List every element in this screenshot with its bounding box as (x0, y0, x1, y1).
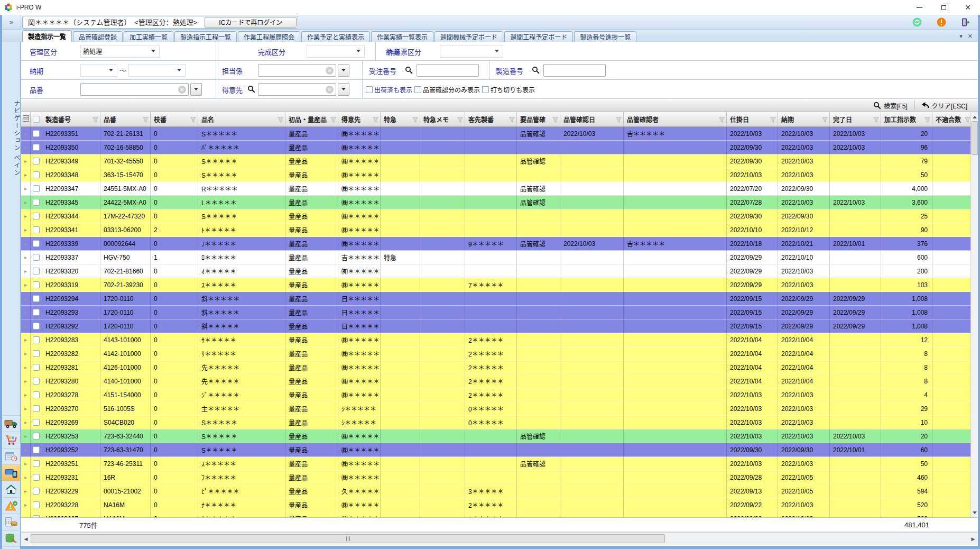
table-row[interactable]: ▸H22093253723-63-324400S＊＊＊＊＊量産品㈱＊＊＊＊＊品管… (21, 429, 973, 443)
kanri-kubun-select[interactable]: 熱処理 (80, 45, 160, 58)
tokuisaki-drop-button[interactable] (338, 83, 349, 96)
column-filter-icon[interactable] (965, 117, 970, 123)
scroll-up-icon[interactable] (971, 112, 978, 121)
column-filter-icon[interactable] (330, 117, 336, 123)
tab-3[interactable]: 加工実績一覧 (124, 31, 173, 42)
select-all-checkbox[interactable] (33, 116, 40, 123)
row-checkbox[interactable] (33, 433, 40, 440)
row-checkbox[interactable] (33, 254, 40, 261)
calculator-icon[interactable] (2, 514, 20, 530)
row-expander-icon[interactable]: ▸ (21, 306, 31, 319)
checkbox-icon[interactable] (482, 86, 489, 93)
logout-icon[interactable] (961, 17, 970, 27)
seizou-search-icon[interactable] (532, 66, 540, 74)
tab-10[interactable]: 製造番号進捗一覧 (574, 31, 636, 42)
vertical-scrollbar[interactable] (970, 112, 978, 517)
row-expander-icon[interactable]: ▸ (21, 347, 31, 361)
tokuisaki-search-icon[interactable] (247, 85, 255, 93)
tab-7[interactable]: 作業実績一覧表示 (371, 31, 433, 42)
column-filter-icon[interactable] (616, 117, 622, 123)
table-row[interactable]: ▸H22093351702-21-261310S＊＊＊＊＊量産品㈱＊＊＊＊＊品管… (21, 127, 973, 141)
table-row[interactable]: ▸H2209322900015-210020ﾋﾟ＊＊＊＊＊量産品久＊＊＊＊＊3＊… (21, 484, 973, 498)
row-expander-icon[interactable]: ▸ (21, 402, 31, 416)
tab-6[interactable]: 作業予定と実績表示 (301, 31, 370, 42)
row-checkbox[interactable] (33, 323, 40, 330)
scroll-right-icon[interactable]: ▶ (969, 534, 977, 543)
row-expander-icon[interactable]: ▸ (21, 374, 31, 388)
tab-2[interactable]: 品管確認登録 (73, 31, 123, 42)
column-filter-icon[interactable] (552, 117, 558, 123)
hinban-drop-button[interactable] (190, 83, 202, 96)
filter-checkbox-3[interactable]: 打ち切りも表示 (482, 85, 535, 94)
ic-card-relogin-button[interactable]: ICカードで再ログイン (205, 17, 297, 28)
search-button[interactable]: 検索[F5] (868, 100, 913, 111)
truck-icon[interactable] (2, 415, 20, 432)
table-row[interactable]: ▸H2209323116R0ﾌ＊＊＊＊＊量産品㈱＊＊＊＊＊2022/09/282… (21, 471, 973, 484)
row-expander-icon[interactable]: ▸ (21, 512, 31, 517)
close-button[interactable]: ✕ (956, 0, 980, 15)
column-header-11[interactable]: 品管確認日 (560, 112, 624, 127)
table-row[interactable]: ▸H220932941720-01100斜＊＊＊＊＊量産品日＊＊＊＊＊2022/… (21, 292, 973, 306)
row-expander-icon[interactable]: ▸ (21, 141, 31, 154)
nouki-to-select[interactable] (128, 64, 186, 77)
row-expander-icon[interactable]: ▸ (21, 361, 31, 374)
cart-icon[interactable] (2, 432, 20, 448)
nouki-from-select[interactable] (80, 64, 117, 77)
filter-checkbox-1[interactable]: 出荷済も表示 (366, 85, 412, 94)
row-checkbox[interactable] (33, 460, 40, 467)
row-checkbox[interactable] (33, 405, 40, 412)
row-checkbox[interactable] (33, 419, 40, 426)
row-checkbox[interactable] (33, 199, 40, 206)
grid-menu-icon[interactable] (23, 115, 29, 122)
table-row[interactable]: ▸H2209334724551-5MX-A00R＊＊＊＊＊量産品㈱＊＊＊＊＊品管… (21, 182, 973, 196)
table-row[interactable]: ▸H220932921720-01100斜＊＊＊＊＊量産品日＊＊＊＊＊2022/… (21, 319, 973, 333)
table-row[interactable]: ▸H22093269S04CB0200S＊＊＊＊＊量産品ｼ＊＊＊＊＊0＊＊＊＊＊… (21, 416, 973, 429)
row-expander-icon[interactable]: ▸ (21, 333, 31, 347)
column-filter-icon[interactable] (770, 117, 776, 123)
table-row[interactable]: ▸H22093228NA16M0ﾅ＊＊＊＊＊量産品㈱＊＊＊＊＊2＊＊＊＊＊202… (21, 498, 973, 512)
calendar-clock-icon[interactable] (2, 448, 20, 464)
row-expander-icon[interactable]: ▸ (21, 237, 31, 251)
table-row[interactable]: ▸H220932824142-1010000ｻ＊＊＊＊＊量産品㈱＊＊＊＊＊2＊＊… (21, 347, 973, 361)
warning-icon[interactable] (2, 497, 20, 514)
table-row[interactable]: ▸H2209334524422-5MX-A00L＊＊＊＊＊量産品㈱＊＊＊＊＊品管… (21, 196, 973, 209)
tab-9[interactable]: 週間工程予定ボード (504, 31, 573, 42)
table-row[interactable]: ▸H220932804140-1010000先＊＊＊＊＊量産品㈱＊＊＊＊＊2＊＊… (21, 374, 973, 388)
column-header-8[interactable]: 特急メモ (420, 112, 465, 127)
checkbox-icon[interactable] (366, 86, 373, 93)
table-row[interactable]: ▸H22093350702-16-588500ﾊﾟ＊＊＊＊＊量産品㈱＊＊＊＊＊2… (21, 141, 973, 154)
nav-expand-button[interactable]: » (2, 15, 21, 29)
table-row[interactable]: ▸H220932834143-1010000ｻ＊＊＊＊＊量産品㈱＊＊＊＊＊2＊＊… (21, 333, 973, 347)
row-expander-icon[interactable]: ▸ (21, 429, 31, 443)
column-header-12[interactable]: 品管確認者 (624, 112, 727, 127)
column-filter-icon[interactable] (143, 117, 149, 123)
table-row[interactable]: ▸H22093337HGV-7501ﾛ＊＊＊＊＊量産品吉＊＊＊＊＊特急2022/… (21, 251, 973, 264)
row-expander-icon[interactable]: ▸ (21, 292, 31, 306)
row-checkbox[interactable] (33, 213, 40, 219)
column-header-17[interactable]: 不適合数 (932, 112, 973, 127)
row-checkbox[interactable] (33, 240, 40, 247)
column-header-6[interactable]: 得意先 (338, 112, 381, 127)
scroll-left-icon[interactable]: ◀ (22, 534, 30, 543)
clear-input-icon[interactable]: ✕ (326, 86, 334, 94)
column-header-2[interactable]: 品番 (100, 112, 151, 127)
table-row[interactable]: ▸H220932931720-01100斜＊＊＊＊＊量産品日＊＊＊＊＊2022/… (21, 306, 973, 319)
column-header-10[interactable]: 要品管確 (517, 112, 560, 127)
column-filter-icon[interactable] (190, 117, 196, 123)
row-checkbox[interactable] (33, 488, 40, 495)
database-icon[interactable] (2, 530, 20, 546)
row-checkbox[interactable] (33, 295, 40, 302)
column-header-7[interactable]: 特急 (381, 112, 420, 127)
column-header-4[interactable]: 品名 (198, 112, 285, 127)
row-checkbox[interactable] (33, 474, 40, 481)
filter-checkbox-2[interactable]: 品管確認分のみ表示 (414, 85, 480, 94)
table-row[interactable]: ▸H22093227NA16M0ﾅ＊＊＊＊＊量産品㈱＊＊＊＊＊2＊＊＊＊＊202… (21, 512, 973, 517)
column-header-3[interactable]: 枝番 (151, 112, 198, 127)
tokuisaki-input[interactable]: ✕ (258, 83, 336, 96)
row-checkbox[interactable] (33, 281, 40, 288)
column-filter-icon[interactable] (457, 117, 463, 123)
row-expander-icon[interactable]: ▸ (21, 182, 31, 196)
tab-5[interactable]: 作業工程履歴照会 (238, 31, 300, 42)
tab-8[interactable]: 週間機械予定ボード (434, 31, 503, 42)
column-filter-icon[interactable] (93, 117, 98, 123)
